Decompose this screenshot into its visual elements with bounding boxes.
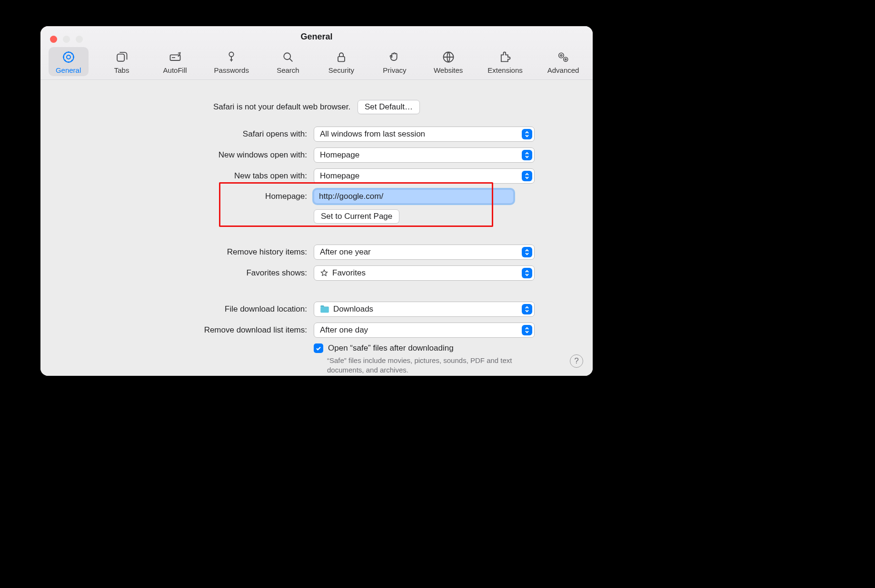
tab-security[interactable]: Security — [321, 47, 361, 76]
tab-privacy[interactable]: Privacy — [375, 47, 415, 76]
svg-point-0 — [67, 55, 70, 59]
help-button[interactable]: ? — [570, 354, 583, 368]
new-windows-open-label: New windows open with: — [219, 150, 307, 160]
tab-label: General — [56, 66, 81, 74]
new-windows-open-select[interactable]: Homepage — [314, 147, 535, 163]
tab-label: Search — [277, 66, 299, 74]
tab-websites[interactable]: Websites — [428, 47, 468, 76]
safe-files-checkbox[interactable] — [314, 343, 323, 353]
tab-passwords[interactable]: Passwords — [209, 47, 255, 76]
tab-label: Privacy — [383, 66, 406, 74]
svg-point-8 — [559, 53, 564, 58]
tab-tabs[interactable]: Tabs — [102, 47, 142, 76]
default-browser-row: Safari is not your default web browser. … — [60, 100, 574, 114]
select-value: Homepage — [320, 150, 359, 160]
preferences-body: Safari is not your default web browser. … — [40, 80, 593, 376]
tab-label: Advanced — [547, 66, 579, 74]
safari-opens-with-select[interactable]: All windows from last session — [314, 127, 535, 142]
chevron-updown-icon — [522, 268, 532, 278]
tab-autofill[interactable]: AutoFill — [155, 47, 195, 76]
chevron-updown-icon — [522, 304, 532, 314]
chevron-updown-icon — [522, 150, 532, 160]
hand-icon — [388, 50, 401, 64]
gears-icon — [557, 50, 570, 64]
tab-search[interactable]: Search — [268, 47, 308, 76]
tab-label: Websites — [434, 66, 463, 74]
svg-rect-12 — [320, 307, 329, 313]
remove-downloads-label: Remove download list items: — [204, 325, 307, 335]
chevron-updown-icon — [522, 129, 532, 139]
new-tabs-open-select[interactable]: Homepage — [314, 168, 535, 184]
tab-extensions[interactable]: Extensions — [482, 47, 528, 76]
chevron-updown-icon — [522, 247, 532, 257]
svg-point-1 — [63, 52, 73, 62]
svg-point-11 — [565, 59, 567, 60]
lock-icon — [335, 50, 348, 64]
key-icon — [225, 50, 238, 64]
safari-opens-with-label: Safari opens with: — [243, 129, 307, 139]
autofill-icon — [169, 50, 182, 64]
select-value: Homepage — [320, 171, 359, 181]
svg-rect-6 — [338, 57, 345, 61]
select-value: All windows from last session — [320, 129, 425, 139]
default-browser-message: Safari is not your default web browser. — [213, 102, 350, 111]
remove-history-label: Remove history items: — [227, 247, 307, 257]
set-default-button[interactable]: Set Default… — [358, 100, 420, 114]
homepage-input[interactable]: http://google.com/ — [314, 189, 514, 204]
set-to-current-page-button[interactable]: Set to Current Page — [314, 209, 399, 224]
select-value: Favorites — [332, 268, 366, 278]
tabs-icon — [115, 50, 129, 64]
select-value: Downloads — [333, 304, 373, 314]
safe-files-label: Open “safe” files after downloading — [328, 343, 454, 353]
svg-point-9 — [560, 55, 562, 57]
download-location-select[interactable]: Downloads — [314, 302, 535, 317]
tab-advanced[interactable]: Advanced — [542, 47, 585, 76]
window-controls — [50, 36, 83, 43]
favorites-shows-select[interactable]: Favorites — [314, 265, 535, 281]
prefs-toolbar: General Tabs Aut — [40, 42, 593, 76]
chevron-updown-icon — [522, 171, 532, 181]
homepage-label: Homepage: — [265, 192, 307, 201]
download-location-label: File download location: — [225, 304, 307, 314]
svg-point-10 — [564, 57, 568, 61]
remove-history-select[interactable]: After one year — [314, 245, 535, 260]
svg-point-5 — [284, 53, 290, 59]
close-button[interactable] — [50, 36, 57, 43]
tab-label: Security — [328, 66, 354, 74]
tab-label: Extensions — [487, 66, 522, 74]
tab-label: Tabs — [114, 66, 129, 74]
svg-rect-2 — [117, 54, 124, 61]
select-value: After one year — [320, 247, 371, 257]
minimize-button[interactable] — [63, 36, 70, 43]
remove-downloads-select[interactable]: After one day — [314, 323, 535, 338]
tab-label: Passwords — [214, 66, 249, 74]
chevron-updown-icon — [522, 325, 532, 335]
maximize-button[interactable] — [76, 36, 83, 43]
preferences-window: General General — [40, 26, 593, 376]
star-icon — [320, 269, 328, 277]
globe-icon — [442, 50, 455, 64]
puzzle-icon — [498, 50, 512, 64]
tab-label: AutoFill — [163, 66, 187, 74]
new-tabs-open-label: New tabs open with: — [234, 171, 307, 181]
favorites-shows-label: Favorites shows: — [246, 268, 307, 278]
titlebar: General General — [40, 26, 593, 80]
tab-general[interactable]: General — [49, 47, 89, 76]
folder-icon — [320, 305, 329, 313]
search-icon — [281, 50, 295, 64]
svg-point-4 — [229, 52, 234, 57]
select-value: After one day — [320, 325, 368, 335]
window-title: General — [40, 26, 593, 42]
gear-icon — [61, 50, 76, 64]
safe-files-row: Open “safe” files after downloading — [314, 343, 514, 353]
homepage-value: http://google.com/ — [319, 192, 383, 201]
safe-files-hint: “Safe” files include movies, pictures, s… — [314, 356, 514, 375]
